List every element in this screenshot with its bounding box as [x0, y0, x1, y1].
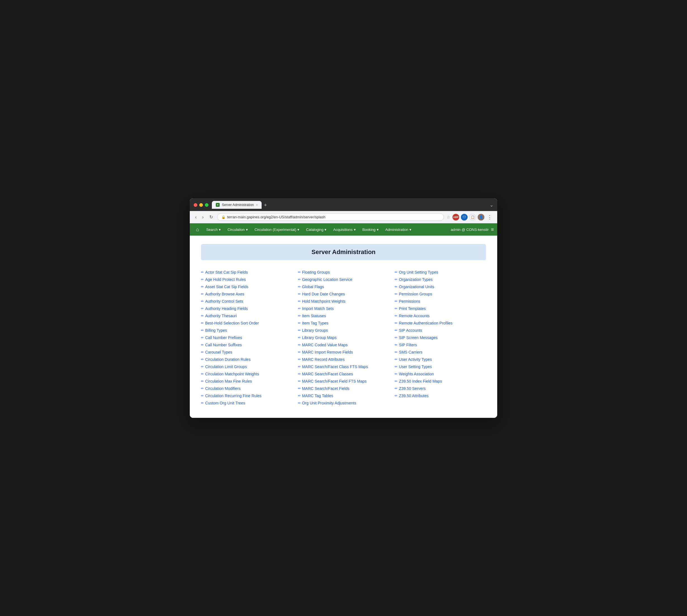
- pencil-icon: ✏: [201, 365, 204, 369]
- link-item[interactable]: ✏Circulation Duration Rules: [201, 356, 292, 363]
- link-item[interactable]: ✏Library Groups: [298, 327, 389, 334]
- link-item[interactable]: ✏Z39.50 Index Field Maps: [395, 378, 486, 385]
- link-item[interactable]: ✏SIP Screen Messages: [395, 334, 486, 341]
- link-item[interactable]: ✏Authority Browse Axes: [201, 290, 292, 298]
- link-item[interactable]: ✏Permission Groups: [395, 290, 486, 298]
- link-item[interactable]: ✏SMS Carriers: [395, 349, 486, 356]
- active-tab[interactable]: ✦ Server Administration ×: [212, 201, 262, 209]
- link-item[interactable]: ✏Permissions: [395, 298, 486, 305]
- minimize-button[interactable]: [199, 203, 203, 207]
- nav-cataloging[interactable]: Cataloging ▾: [303, 225, 330, 234]
- back-button[interactable]: ‹: [194, 214, 198, 220]
- link-item[interactable]: ✏MARC Record Attributes: [298, 356, 389, 363]
- link-label: Remote Authentication Profiles: [399, 321, 452, 325]
- tab-close-button[interactable]: ×: [256, 203, 258, 206]
- maximize-button[interactable]: [205, 203, 208, 207]
- pencil-icon: ✏: [395, 357, 397, 361]
- link-label: Circulation Duration Rules: [205, 357, 251, 362]
- bookmark-icon[interactable]: ☆: [447, 215, 450, 219]
- link-item[interactable]: ✏Circulation Matchpoint Weights: [201, 370, 292, 378]
- link-item[interactable]: ✏Item Statuses: [298, 312, 389, 320]
- forward-button[interactable]: ›: [201, 214, 205, 220]
- link-label: Actor Stat Cat Sip Fields: [205, 270, 248, 274]
- link-item[interactable]: ✏MARC Search/Facet Classes: [298, 370, 389, 378]
- extension2-icon[interactable]: 📋: [469, 214, 476, 221]
- link-item[interactable]: ✏MARC Tag Tables: [298, 392, 389, 399]
- link-item[interactable]: ✏Floating Groups: [298, 269, 389, 276]
- link-item[interactable]: ✏Call Number Prefixes: [201, 334, 292, 341]
- link-item[interactable]: ✏Asset Stat Cat Sip Fields: [201, 283, 292, 290]
- link-item[interactable]: ✏Circulation Max Fine Rules: [201, 378, 292, 385]
- nav-circ-exp[interactable]: Circulation (Experimental) ▾: [251, 225, 303, 234]
- link-item[interactable]: ✏Age Hold Protect Rules: [201, 276, 292, 283]
- link-label: Circulation Max Fine Rules: [205, 379, 252, 383]
- link-label: MARC Search/Facet Class FTS Maps: [302, 365, 368, 369]
- link-label: MARC Record Attributes: [302, 357, 345, 362]
- home-nav-button[interactable]: ⌂: [193, 224, 202, 235]
- link-item[interactable]: ✏MARC Coded Value Maps: [298, 341, 389, 349]
- link-item[interactable]: ✏Import Match Sets: [298, 305, 389, 312]
- link-item[interactable]: ✏Hold Matchpoint Weights: [298, 298, 389, 305]
- link-item[interactable]: ✏MARC Search/Facet Fields: [298, 385, 389, 392]
- link-item[interactable]: ✏Global Flags: [298, 283, 389, 290]
- link-item[interactable]: ✏Hard Due Date Changes: [298, 290, 389, 298]
- link-item[interactable]: ✏SIP Filters: [395, 341, 486, 349]
- link-item[interactable]: ✏Call Number Suffixes: [201, 341, 292, 349]
- link-item[interactable]: ✏Circulation Limit Groups: [201, 363, 292, 370]
- link-label: Geographic Location Service: [302, 277, 352, 282]
- link-item[interactable]: ✏MARC Import Remove Fields: [298, 349, 389, 356]
- link-item[interactable]: ✏Remote Authentication Profiles: [395, 320, 486, 327]
- link-item[interactable]: ✏Print Templates: [395, 305, 486, 312]
- link-item[interactable]: ✏Z39.50 Servers: [395, 385, 486, 392]
- nav-menu-icon[interactable]: ≡: [491, 227, 494, 233]
- link-item[interactable]: ✏Actor Stat Cat Sip Fields: [201, 269, 292, 276]
- nav-acquisitions[interactable]: Acquisitions ▾: [330, 225, 359, 234]
- new-tab-button[interactable]: +: [262, 202, 269, 208]
- link-item[interactable]: ✏Organizational Units: [395, 283, 486, 290]
- link-item[interactable]: ✏Z39.50 Attributes: [395, 392, 486, 399]
- address-bar: ‹ › ↻ 🔒 terran-main.gapines.org/eg2/en-U…: [190, 211, 497, 223]
- link-item[interactable]: ✏Carousel Types: [201, 349, 292, 356]
- link-label: Global Flags: [302, 285, 324, 289]
- pencil-icon: ✏: [395, 343, 397, 347]
- link-item[interactable]: ✏SIP Accounts: [395, 327, 486, 334]
- link-item[interactable]: ✏MARC Search/Facet Field FTS Maps: [298, 378, 389, 385]
- page-title-box: Server Administration: [201, 244, 486, 260]
- pencil-icon: ✏: [298, 394, 301, 398]
- link-item[interactable]: ✏Item Tag Types: [298, 320, 389, 327]
- link-item[interactable]: ✏Org Unit Proximity Adjustments: [298, 399, 389, 406]
- link-item[interactable]: ✏User Setting Types: [395, 363, 486, 370]
- nav-search[interactable]: Search ▾: [203, 225, 224, 234]
- link-item[interactable]: ✏Org Unit Setting Types: [395, 269, 486, 276]
- link-item[interactable]: ✏Authority Thesauri: [201, 312, 292, 320]
- link-item[interactable]: ✏Library Group Maps: [298, 334, 389, 341]
- nav-administration[interactable]: Administration ▾: [382, 225, 415, 234]
- reload-button[interactable]: ↻: [208, 214, 214, 220]
- extension1-icon[interactable]: 🛡: [461, 214, 468, 221]
- link-label: MARC Search/Facet Fields: [302, 386, 350, 391]
- link-item[interactable]: ✏Custom Org Unit Trees: [201, 399, 292, 406]
- link-item[interactable]: ✏MARC Search/Facet Class FTS Maps: [298, 363, 389, 370]
- nav-circulation[interactable]: Circulation ▾: [224, 225, 251, 234]
- link-item[interactable]: ✏Authority Control Sets: [201, 298, 292, 305]
- link-item[interactable]: ✏Billing Types: [201, 327, 292, 334]
- link-item[interactable]: ✏Organization Types: [395, 276, 486, 283]
- link-item[interactable]: ✏Weights Association: [395, 370, 486, 378]
- link-item[interactable]: ✏Best-Hold Selection Sort Order: [201, 320, 292, 327]
- close-button[interactable]: [194, 203, 197, 207]
- link-item[interactable]: ✏Circulation Recurring Fine Rules: [201, 392, 292, 399]
- link-item[interactable]: ✏Authority Heading Fields: [201, 305, 292, 312]
- pencil-icon: ✏: [395, 336, 397, 339]
- pencil-icon: ✏: [201, 278, 204, 282]
- adblock-icon[interactable]: ABP: [452, 214, 459, 221]
- link-item[interactable]: ✏User Activity Types: [395, 356, 486, 363]
- url-bar[interactable]: 🔒 terran-main.gapines.org/eg2/en-US/staf…: [217, 213, 444, 221]
- link-label: User Activity Types: [399, 357, 432, 362]
- link-item[interactable]: ✏Remote Accounts: [395, 312, 486, 320]
- link-item[interactable]: ✏Circulation Modifiers: [201, 385, 292, 392]
- browser-menu-icon[interactable]: ⋮: [486, 214, 493, 220]
- tab-menu-icon[interactable]: ⌄: [490, 202, 493, 208]
- nav-booking[interactable]: Booking ▾: [359, 225, 382, 234]
- link-item[interactable]: ✏Geographic Location Service: [298, 276, 389, 283]
- user-avatar-icon[interactable]: 👤: [478, 214, 484, 221]
